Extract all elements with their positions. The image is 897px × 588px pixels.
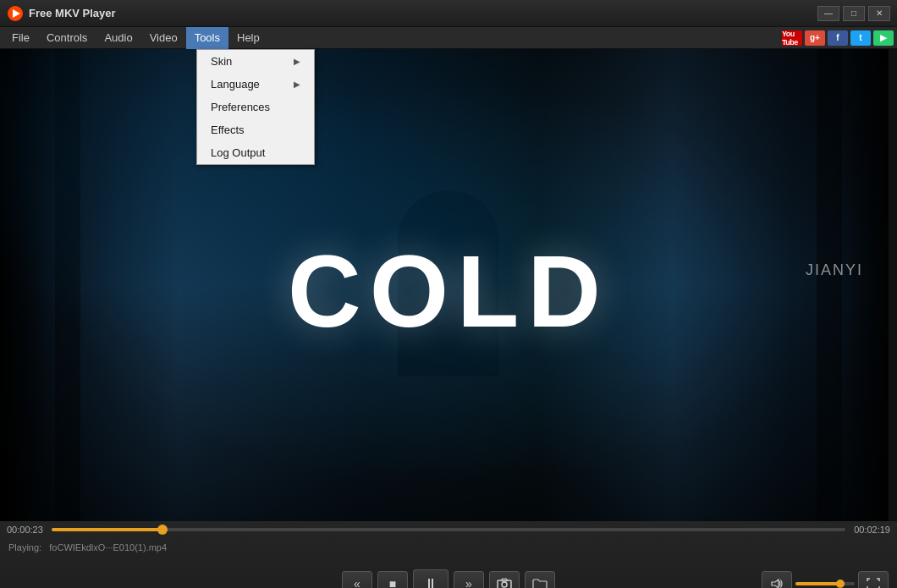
- menu-audio[interactable]: Audio: [96, 27, 140, 49]
- nowplaying-file: foCWIEkdlxO···E010(1).mp4: [49, 542, 167, 552]
- screenshot-button[interactable]: [489, 571, 520, 589]
- pause-button[interactable]: ⏸: [413, 569, 448, 589]
- menu-effects[interactable]: Effects: [197, 118, 314, 141]
- close-button[interactable]: ✕: [868, 6, 890, 21]
- volume-track[interactable]: [795, 582, 855, 585]
- right-controls: [762, 571, 889, 589]
- forward-button[interactable]: »: [454, 571, 484, 589]
- svg-point-3: [502, 582, 507, 587]
- video-scrollbar[interactable]: [889, 49, 897, 521]
- minimize-button[interactable]: —: [817, 6, 839, 21]
- facebook-icon[interactable]: f: [828, 30, 848, 46]
- menu-video[interactable]: Video: [141, 27, 186, 49]
- fullscreen-button[interactable]: [858, 571, 889, 589]
- volume-thumb[interactable]: [836, 580, 845, 588]
- green-icon[interactable]: ▶: [873, 30, 894, 46]
- menu-file[interactable]: File: [3, 27, 38, 49]
- svg-marker-5: [772, 580, 779, 588]
- tools-dropdown: Skin ▶ Language ▶ Preferences Effects Lo…: [196, 49, 315, 165]
- folder-button[interactable]: [525, 571, 555, 589]
- skin-arrow: ▶: [294, 57, 300, 66]
- progress-row: 00:00:23 00:02:19: [0, 521, 897, 538]
- progress-track[interactable]: [52, 528, 845, 531]
- volume-icon-button[interactable]: [762, 571, 792, 589]
- time-current: 00:00:23: [7, 525, 45, 535]
- titlebar: Free MKV Player — □ ✕: [0, 0, 897, 27]
- time-total: 00:02:19: [852, 525, 890, 535]
- volume-fill: [795, 582, 840, 585]
- menu-skin[interactable]: Skin ▶: [197, 50, 314, 73]
- menubar: File Controls Audio Video Tools Help You…: [0, 27, 897, 49]
- progress-thumb[interactable]: [157, 525, 168, 535]
- gplus-icon[interactable]: g+: [805, 30, 825, 46]
- twitter-icon[interactable]: t: [850, 30, 871, 46]
- menu-tools[interactable]: Tools: [186, 27, 228, 49]
- nowplaying-label: Playing: foCWIEkdlxO···E010(1).mp4: [8, 542, 167, 552]
- video-area[interactable]: COLD JIANYI: [0, 49, 897, 521]
- video-background: COLD JIANYI: [0, 49, 897, 521]
- menu-help[interactable]: Help: [228, 27, 268, 49]
- maximize-button[interactable]: □: [843, 6, 865, 21]
- video-title-text: COLD: [288, 233, 609, 349]
- stop-button[interactable]: ■: [377, 571, 408, 589]
- youtube-icon[interactable]: You Tube: [782, 30, 802, 46]
- menu-language[interactable]: Language ▶: [197, 73, 314, 96]
- app-icon: [7, 5, 24, 22]
- window-controls: — □ ✕: [817, 6, 890, 21]
- menu-controls[interactable]: Controls: [38, 27, 96, 49]
- social-icons: You Tube g+ f t ▶: [782, 30, 894, 46]
- app-title: Free MKV Player: [29, 7, 817, 19]
- controls-row: « ■ ⏸ »: [0, 557, 897, 588]
- language-arrow: ▶: [294, 80, 300, 89]
- menu-log-output[interactable]: Log Output: [197, 141, 314, 164]
- controlbar: 00:00:23 00:02:19 Playing: foCWIEkdlxO··…: [0, 521, 897, 588]
- video-watermark: JIANYI: [806, 261, 863, 279]
- menu-preferences[interactable]: Preferences: [197, 96, 314, 118]
- rewind-button[interactable]: «: [342, 571, 372, 589]
- nowplaying-row: Playing: foCWIEkdlxO···E010(1).mp4: [0, 538, 897, 557]
- progress-fill: [52, 528, 162, 531]
